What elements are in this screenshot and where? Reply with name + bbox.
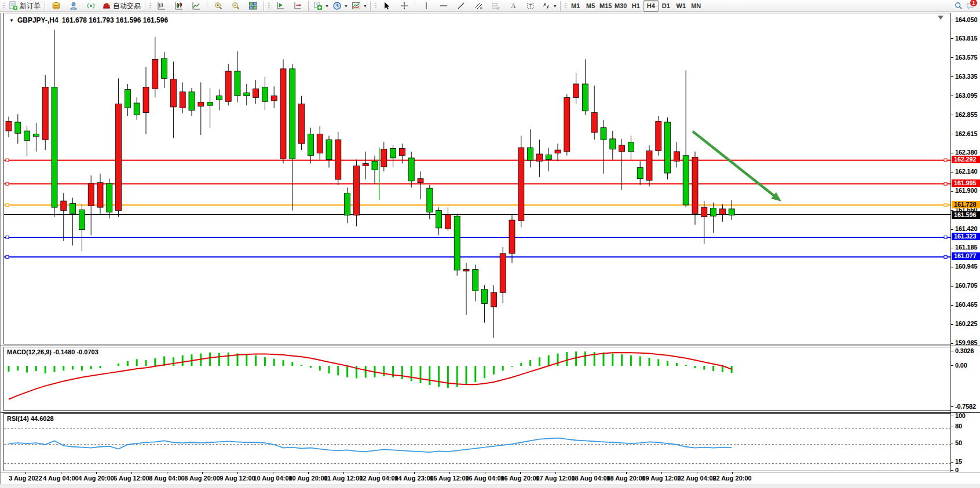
hline-161.077[interactable] [4,255,950,258]
line-handle[interactable] [6,236,9,239]
vertical-line-button[interactable] [418,0,435,12]
community-button[interactable] [65,0,82,12]
candle-body [116,104,122,210]
candlestick-chart[interactable] [4,13,950,344]
svg-text:A: A [511,2,516,10]
candlestick-button[interactable] [170,0,188,12]
time-tick [61,472,61,474]
crosshair-button[interactable] [396,0,413,12]
new-order-button[interactable]: 新订单 [6,0,43,12]
toolbar-grip[interactable] [375,2,376,10]
timeframe-mn[interactable]: MN [689,0,704,12]
signals-button[interactable] [82,0,100,12]
auto-trading-label: 自动交易 [113,1,141,11]
candle-body [473,269,478,291]
line-handle[interactable] [6,255,9,258]
candle-body [52,87,57,208]
toolbar-grip[interactable] [3,2,5,10]
hline-161.728[interactable] [4,204,950,207]
line-chart-button[interactable] [188,0,205,12]
zoom-in-button[interactable] [210,0,227,12]
trendline-button[interactable] [452,0,470,12]
line-handle[interactable] [944,255,947,258]
time-tick [485,472,485,474]
toolbar-grip[interactable] [149,2,151,10]
gold-button[interactable] [47,0,65,12]
tile-windows-button[interactable] [244,0,262,12]
auto-scroll-button[interactable] [272,0,289,12]
line-handle[interactable] [944,159,947,162]
macd-panel[interactable]: MACD(12,26,9) -0.1480 -0.0703 [3,347,951,411]
candle-body [170,79,176,107]
arrow-shaft[interactable] [693,131,777,198]
line-handle[interactable] [944,236,947,239]
time-tick [273,472,273,474]
timeframe-m30[interactable]: M30 [613,0,628,12]
zoom-out-button[interactable] [227,0,244,12]
price-axis[interactable]: 164.050163.815163.575163.335163.095162.8… [950,13,980,472]
candle-body [198,102,204,107]
indicators-button[interactable]: ▼ [349,0,368,12]
auto-trading-button[interactable]: 自动交易 [100,0,143,12]
candle-body [326,140,332,159]
channel-button[interactable]: E [470,0,487,12]
horizontal-line-button[interactable] [435,0,452,12]
line-handle[interactable] [6,159,9,162]
candle-body [546,155,551,159]
bar-chart-button[interactable] [153,0,170,12]
rsi-panel[interactable]: RSI(14) 44.6028 [3,413,951,471]
time-tick-label: 4 Aug 20:00 [78,475,114,482]
chat-button[interactable]: 1 [966,2,974,10]
time-axis[interactable]: 3 Aug 20224 Aug 04:004 Aug 20:005 Aug 12… [0,472,980,485]
candle-body [244,93,250,96]
axis-tick [951,343,953,344]
timeframe-h4[interactable]: H4 [643,0,659,12]
line-handle[interactable] [6,204,9,207]
search-icon[interactable] [955,2,963,10]
candle-body [88,184,94,206]
time-tick [25,472,26,474]
hline-162.292[interactable] [4,159,950,162]
axis-tick [951,229,953,230]
toolbar-grip[interactable] [565,2,566,10]
timeframe-m15[interactable]: M15 [598,0,613,12]
hline-161.323[interactable] [4,236,950,239]
chevron-down-icon[interactable]: ▼ [9,18,14,23]
price-tick-label: 163.815 [955,35,977,42]
profiles-button[interactable]: ▼ [330,0,349,12]
text-button[interactable]: A [504,0,522,12]
fibonacci-button[interactable]: F [487,0,504,12]
cursor-button[interactable] [378,0,396,12]
candle-body [290,69,295,159]
svg-text:E: E [480,6,482,10]
panel-divider[interactable] [0,412,980,413]
line-handle[interactable] [944,204,947,207]
candle-body [79,210,85,229]
chart-shift-button[interactable] [289,0,306,12]
trend-arrow[interactable] [693,131,781,201]
arrows-button[interactable]: ▼ [539,0,558,12]
separator [370,1,371,11]
line-handle[interactable] [6,182,9,185]
line-handle[interactable] [944,182,947,185]
timeframe-m5[interactable]: M5 [583,0,598,12]
timeframe-m1[interactable]: M1 [568,0,583,12]
candle-body [70,203,76,214]
gold-icon [52,1,61,10]
hline-161.995[interactable] [4,182,950,185]
price-line-badge: 162.292 [952,156,980,163]
chart-shift-marker[interactable] [938,16,944,20]
candle-body [683,156,689,205]
toolbar-grip[interactable] [268,2,270,10]
new-chart-button[interactable]: ▼ [311,0,330,12]
chevron-down-icon: ▼ [344,4,348,8]
rsi-scale-label: 15 [955,458,962,465]
timeframe-h1[interactable]: H1 [628,0,643,12]
candle-body [143,87,149,113]
main-chart-panel[interactable]: ▼ GBPJPY-,H4 161.678 161.793 161.596 161… [3,13,951,344]
panel-divider[interactable] [0,346,980,346]
timeframe-w1[interactable]: W1 [674,0,689,12]
label-button[interactable]: T [522,0,539,12]
timeframe-d1[interactable]: D1 [659,0,674,12]
candle-body [701,207,707,217]
